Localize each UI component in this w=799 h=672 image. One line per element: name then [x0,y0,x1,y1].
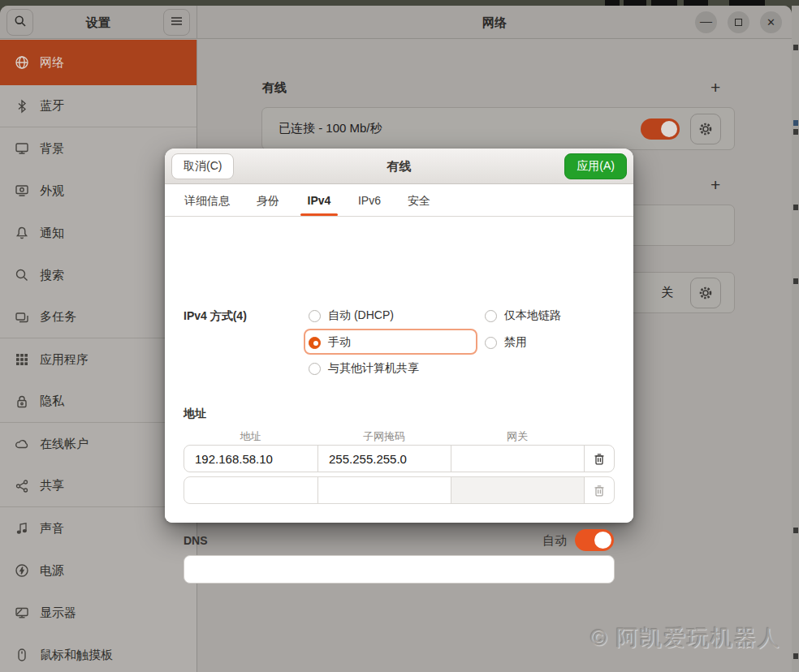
radio-icon [485,310,497,322]
apply-button[interactable]: 应用(A) [564,153,627,179]
minimize-icon: — [700,14,712,28]
music-note-icon [15,521,29,536]
menu-button[interactable] [163,9,190,36]
tab-details[interactable]: 详细信息 [183,184,231,217]
dialog-tabbar: 详细信息 身份 IPv4 IPv6 安全 [165,184,633,217]
bell-icon [15,226,29,240]
watermark: © 阿凯爱玩机器人 [591,623,781,653]
wired-settings-dialog: 有线 取消(C) 应用(A) 详细信息 身份 IPv4 IPv6 安全 IPv4… [165,149,633,523]
desktop: 设置 网络 — ✕ 网络 [0,0,799,672]
proxy-status: 关 [661,273,673,312]
radio-icon [485,337,497,349]
background-text-scrap [729,0,765,6]
multitasking-icon [15,310,29,325]
address-input[interactable] [184,477,317,503]
add-vpn-button[interactable]: + [710,176,720,193]
sidebar-item-network[interactable]: 网络 [0,40,197,85]
gear-icon [698,285,714,301]
cancel-button[interactable]: 取消(C) [171,153,234,179]
background-text-scrap [624,0,646,6]
apps-grid-icon [15,352,29,367]
maximize-button[interactable] [728,11,749,33]
ipv4-method-label: IPv4 方式(4) [184,309,247,324]
add-wired-connection-button[interactable]: + [710,79,720,96]
delete-address-button[interactable] [585,477,614,503]
toggle-knob [661,121,677,137]
sidebar-titlebar: 设置 [0,6,197,39]
radio-shared[interactable]: 与其他计算机共享 [309,361,419,376]
globe-icon [15,55,29,70]
background-icon [15,141,29,156]
address-row-2 [184,476,615,504]
background-text-scrap [605,0,620,6]
sidebar-item-mouse-touchpad[interactable]: 鼠标和触摸板 [0,634,197,672]
trash-icon [593,484,606,498]
addresses-heading: 地址 [184,407,206,421]
trash-icon [593,452,606,466]
dns-auto-label: 自动 [506,533,567,549]
share-icon [15,479,29,493]
connection-status: 已连接 - 100 Mb/秒 [279,108,382,149]
tab-security[interactable]: 安全 [406,184,432,217]
wired-settings-button[interactable] [690,114,721,144]
proxy-settings-button[interactable] [690,278,721,308]
gear-icon [698,121,714,137]
netmask-input[interactable] [318,446,451,472]
gateway-input[interactable] [451,446,584,472]
background-strip [792,6,799,672]
tab-ipv4[interactable]: IPv4 [304,184,334,217]
radio-manual[interactable]: 手动 [309,335,351,350]
radio-icon [309,363,321,375]
delete-address-button[interactable] [585,446,614,472]
gateway-input[interactable] [451,477,584,503]
col-header-netmask: 子网掩码 [317,429,451,444]
dialog-title: 有线 [165,149,633,184]
dns-heading: DNS [184,534,208,547]
address-input[interactable] [184,446,317,472]
sidebar-item-bluetooth[interactable]: 蓝牙 [0,85,197,127]
dialog-header: 有线 取消(C) 应用(A) [165,149,633,184]
minimize-button[interactable]: — [695,11,717,33]
display-icon [15,605,29,620]
sidebar-item-displays[interactable]: 显示器 [0,592,197,634]
radio-auto-dhcp[interactable]: 自动 (DHCP) [309,308,394,323]
appearance-icon [15,183,29,198]
tab-identity[interactable]: 身份 [255,184,281,217]
close-button[interactable]: ✕ [760,11,782,33]
toggle-knob [594,532,611,549]
power-icon [15,563,29,578]
cloud-icon [15,437,29,451]
wired-toggle[interactable] [641,118,680,140]
address-row-1 [184,445,615,472]
bluetooth-icon [15,99,29,114]
tab-ipv6[interactable]: IPv6 [355,184,384,217]
sidebar-item-power[interactable]: 电源 [0,549,197,592]
maximize-icon [735,19,742,26]
background-text-scrap [684,0,708,6]
active-tab-underline [300,213,338,216]
mouse-icon [15,648,29,662]
dns-auto-toggle[interactable] [575,529,614,551]
radio-link-local[interactable]: 仅本地链路 [485,308,561,323]
col-header-gateway: 网关 [451,429,584,444]
lock-icon [15,394,29,409]
background-text-scrap [651,0,677,6]
col-header-address: 地址 [184,429,317,444]
radio-icon [309,310,321,322]
wired-section-heading: 有线 [262,80,287,96]
close-icon: ✕ [767,16,775,28]
main-titlebar: 网络 — ✕ [197,6,792,39]
search-icon [15,268,29,282]
wired-connection-row[interactable]: 已连接 - 100 Mb/秒 [261,107,735,150]
hamburger-menu-icon [171,16,183,28]
radio-disable[interactable]: 禁用 [485,335,527,350]
netmask-input[interactable] [318,477,451,503]
dns-input[interactable] [184,555,615,584]
radio-checked-icon [309,337,321,349]
dialog-body: IPv4 方式(4) 自动 (DHCP) 手动 与其他计算机共享 仅本地链路 禁… [165,217,633,523]
